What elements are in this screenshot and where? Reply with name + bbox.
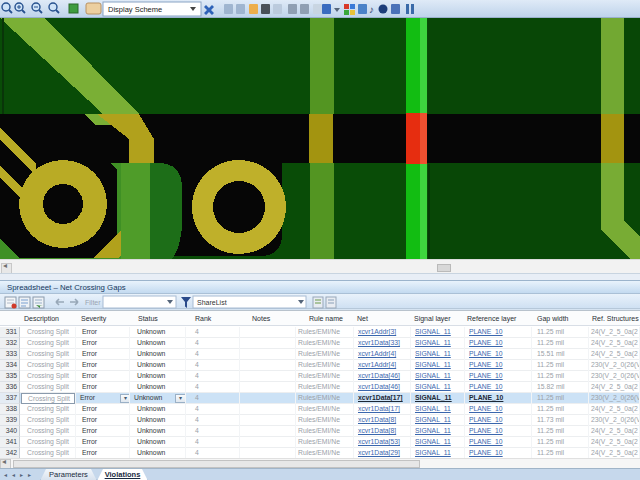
svg-text:ShareList: ShareList bbox=[197, 299, 227, 306]
svg-text:Filter: Filter bbox=[85, 299, 101, 306]
svg-text:♪: ♪ bbox=[369, 4, 374, 15]
svg-text:Display Scheme: Display Scheme bbox=[108, 5, 162, 14]
